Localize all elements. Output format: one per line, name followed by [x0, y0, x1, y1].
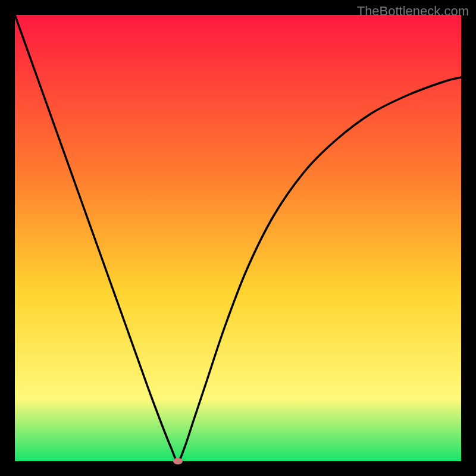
- watermark-text: TheBottleneck.com: [357, 4, 469, 19]
- chart-svg: [15, 15, 461, 461]
- gradient-background: [15, 15, 461, 461]
- optimum-marker: [173, 458, 183, 465]
- plot-area: [15, 15, 461, 461]
